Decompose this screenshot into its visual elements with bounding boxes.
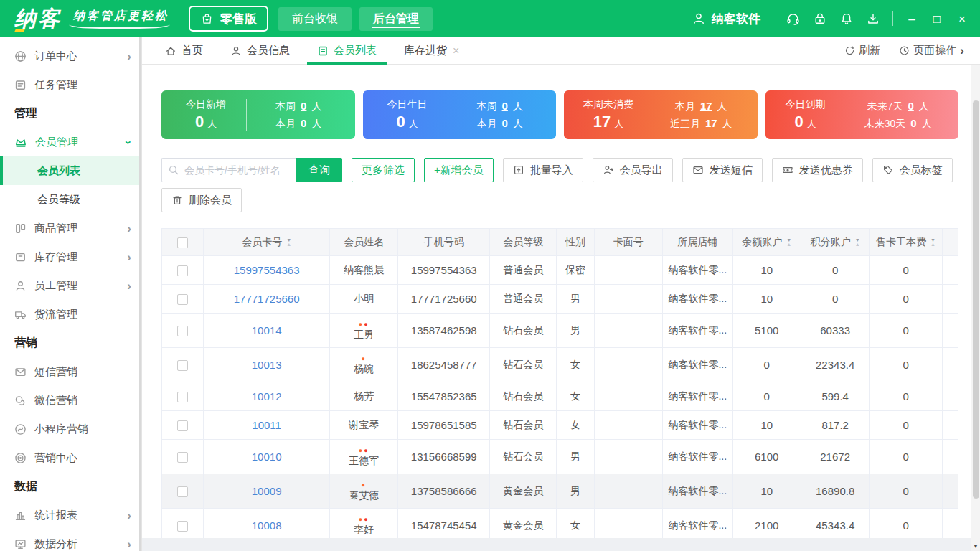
col-fee[interactable]: 售卡工本费▼▲ xyxy=(870,229,942,256)
member-tag-button[interactable]: 会员标签 xyxy=(872,158,953,182)
member-card-link[interactable]: 10009 xyxy=(204,474,330,509)
sidebar-subitem-member-level[interactable]: 会员等级 xyxy=(0,185,141,214)
sidebar-item-label: 数据分析 xyxy=(34,537,119,551)
minimize-button[interactable]: – xyxy=(905,13,918,25)
coupon-icon xyxy=(782,164,793,176)
sidebar-item-inventory-mgmt[interactable]: 库存管理 › xyxy=(0,242,141,271)
sidebar-item-task-mgmt[interactable]: 任务管理 xyxy=(0,70,141,99)
row-checkbox[interactable] xyxy=(177,452,188,463)
vertical-scrollbar[interactable]: ▼ xyxy=(971,65,980,551)
search-input[interactable] xyxy=(161,158,296,182)
member-store: 纳客软件零... xyxy=(663,474,732,509)
sidebar-section-marketing: 营销 xyxy=(0,329,141,357)
sort-icon[interactable]: ▼▲ xyxy=(286,238,291,247)
download-icon[interactable] xyxy=(866,11,880,26)
stat-label: 本月 xyxy=(275,118,296,131)
row-checkbox[interactable] xyxy=(177,420,188,431)
stat-link-value[interactable]: 17 xyxy=(700,100,712,112)
edition-badge-button[interactable]: 零售版 xyxy=(189,6,268,32)
lock-icon[interactable] xyxy=(813,11,827,26)
row-checkbox[interactable] xyxy=(177,265,188,276)
stat-link-value[interactable]: 0 xyxy=(301,117,306,129)
tab-member-info[interactable]: 会员信息 xyxy=(230,37,290,64)
clipboard-list-icon xyxy=(317,45,329,57)
delete-member-button[interactable]: 删除会员 xyxy=(161,188,242,212)
sort-icon[interactable]: ▼▲ xyxy=(855,238,860,247)
row-checkbox[interactable] xyxy=(177,392,188,402)
member-balance: 6100 xyxy=(732,440,801,474)
bell-icon[interactable] xyxy=(839,11,854,26)
maximize-button[interactable]: □ xyxy=(930,13,943,25)
stat-link-value[interactable]: 0 xyxy=(910,117,916,129)
tab-home[interactable]: 首页 xyxy=(165,37,203,64)
member-name-cell: ●●李好 xyxy=(330,509,398,539)
chevron-right-icon: › xyxy=(127,509,131,522)
member-card-link[interactable]: 15997554363 xyxy=(204,256,330,285)
search-button[interactable]: 查询 xyxy=(296,158,342,182)
row-checkbox[interactable] xyxy=(177,326,188,336)
back-office-button[interactable]: 后台管理 xyxy=(359,7,433,31)
member-card-link[interactable]: 10012 xyxy=(204,382,330,411)
sidebar-item-member-mgmt[interactable]: 会员管理 › xyxy=(0,128,141,156)
sort-icon[interactable]: ▼▲ xyxy=(930,238,936,247)
sort-icon[interactable]: ▼▲ xyxy=(786,238,791,247)
sidebar-item-logistics-mgmt[interactable]: 货流管理 xyxy=(0,300,141,329)
button-label: 会员标签 xyxy=(900,164,943,177)
col-points[interactable]: 积分账户▼▲ xyxy=(801,229,869,256)
stat-link-value[interactable]: 17 xyxy=(705,117,717,129)
sidebar-item-wechat-marketing[interactable]: 微信营销 xyxy=(0,386,141,415)
col-card-no[interactable]: 会员卡号▼▲ xyxy=(204,229,330,256)
page-actions-button[interactable]: 页面操作 › xyxy=(899,44,964,57)
stat-link-value[interactable]: 0 xyxy=(502,117,508,129)
sidebar-item-label: 库存管理 xyxy=(34,250,119,264)
sidebar-subitem-member-list[interactable]: 会员列表 xyxy=(0,156,141,185)
sidebar-item-marketing-center[interactable]: 营销中心 xyxy=(0,443,141,472)
select-all-cell xyxy=(162,229,204,256)
row-checkbox[interactable] xyxy=(177,294,188,305)
header-bar: 纳客 纳客管店更轻松 零售版 前台收银 后台管理 纳客软件 – □ × xyxy=(0,0,980,37)
user-menu[interactable]: 纳客软件 xyxy=(692,11,760,27)
member-card-link[interactable]: 10014 xyxy=(204,314,330,348)
member-card-link[interactable]: 10011 xyxy=(204,411,330,440)
more-filter-button[interactable]: 更多筛选 xyxy=(352,158,415,182)
button-label: 发送优惠券 xyxy=(799,164,853,177)
close-button[interactable]: × xyxy=(956,13,969,25)
sidebar-item-data-analysis[interactable]: 数据分析 › xyxy=(0,529,141,551)
select-all-checkbox[interactable] xyxy=(177,237,188,248)
row-checkbox[interactable] xyxy=(177,521,188,532)
row-checkbox[interactable] xyxy=(177,486,188,497)
batch-import-button[interactable]: 批量导入 xyxy=(503,158,583,182)
member-card-link[interactable]: 10008 xyxy=(204,509,330,539)
stat-unit: 人 xyxy=(513,100,523,113)
export-member-button[interactable]: 会员导出 xyxy=(593,158,673,182)
member-card-link[interactable]: 10010 xyxy=(204,440,330,474)
sidebar-item-staff-mgmt[interactable]: 员工管理 › xyxy=(0,271,141,300)
scrollbar-thumb[interactable] xyxy=(973,100,979,499)
send-coupon-button[interactable]: 发送优惠券 xyxy=(772,158,863,182)
headset-icon[interactable] xyxy=(786,11,801,27)
person-export-icon xyxy=(603,164,614,176)
stat-link-value[interactable]: 0 xyxy=(908,100,913,112)
sidebar-item-product-mgmt[interactable]: 商品管理 › xyxy=(0,214,141,242)
brand-tagline: 纳客管店更轻松 xyxy=(73,9,169,29)
sidebar-item-order-center[interactable]: 订单中心 › xyxy=(0,42,141,70)
stat-link-value[interactable]: 0 xyxy=(502,100,508,112)
tab-member-list[interactable]: 会员列表 xyxy=(317,37,377,64)
col-balance[interactable]: 余额账户▼▲ xyxy=(732,229,801,256)
front-desk-button[interactable]: 前台收银 xyxy=(278,7,352,31)
scroll-down-icon[interactable]: ▼ xyxy=(971,543,980,550)
sidebar-item-sms-marketing[interactable]: 短信营销 xyxy=(0,357,141,386)
sidebar-item-label: 货流管理 xyxy=(34,308,131,321)
member-card-link[interactable]: 17771725660 xyxy=(204,285,330,314)
sidebar-item-stats-report[interactable]: 统计报表 › xyxy=(0,501,141,529)
member-level: 钻石会员 xyxy=(490,382,557,411)
sidebar-item-miniapp-marketing[interactable]: 小程序营销 xyxy=(0,415,141,443)
add-member-button[interactable]: +新增会员 xyxy=(424,158,494,182)
refresh-button[interactable]: 刷新 xyxy=(844,44,880,57)
row-checkbox[interactable] xyxy=(177,360,188,371)
send-sms-button[interactable]: 发送短信 xyxy=(682,158,763,182)
stat-link-value[interactable]: 0 xyxy=(301,100,306,112)
tab-inventory-purchase[interactable]: 库存进货 × xyxy=(404,37,459,64)
member-card-link[interactable]: 10013 xyxy=(204,348,330,382)
close-icon[interactable]: × xyxy=(453,44,459,57)
